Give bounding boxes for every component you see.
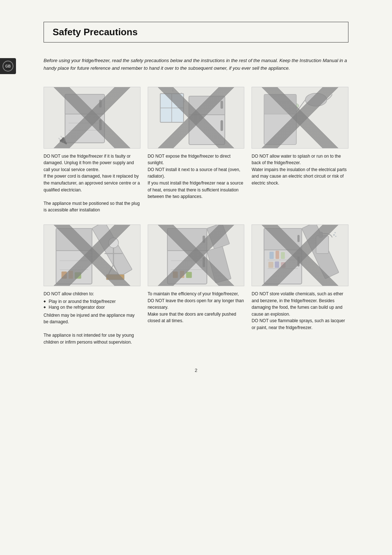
svg-rect-22	[220, 101, 223, 109]
title-box: Safety Precautions	[44, 22, 348, 42]
language-tab: GB	[0, 58, 16, 74]
svg-point-24	[305, 93, 327, 106]
section-faulty-text: DO NOT use the fridge/freezer if it is f…	[44, 153, 140, 214]
svg-rect-69	[275, 251, 279, 259]
svg-rect-58	[180, 271, 184, 278]
svg-text:🔌: 🔌	[58, 135, 68, 145]
svg-rect-53	[203, 236, 205, 243]
svg-rect-57	[173, 271, 178, 278]
section-doors: To maintain the efficiency of your fridg…	[148, 224, 245, 346]
section-children-text2: Children may be injured and the applianc…	[44, 312, 140, 346]
section-faulty: 🔌 DO NOT use the fridge/freezer if it is…	[44, 87, 140, 214]
svg-rect-4	[99, 119, 102, 130]
section-sunlight: DO NOT expose the fridge/freezer to dire…	[148, 87, 245, 214]
svg-rect-61	[264, 228, 302, 250]
illustration-chemicals	[252, 224, 348, 286]
section-doors-text: To maintain the efficiency of your fridg…	[148, 291, 245, 324]
svg-rect-23	[220, 120, 223, 131]
svg-point-77	[335, 236, 336, 237]
svg-point-78	[335, 232, 336, 233]
svg-rect-75	[319, 232, 323, 238]
section-chemicals-text: DO NOT store volatile chemicals, such as…	[252, 291, 348, 331]
svg-rect-54	[203, 257, 205, 267]
page-title: Safety Precautions	[53, 27, 138, 37]
svg-rect-1	[65, 94, 105, 114]
svg-rect-72	[275, 262, 279, 268]
svg-rect-65	[298, 256, 300, 267]
section-children-text: DO NOT allow children to:	[44, 291, 140, 297]
svg-rect-36	[92, 225, 132, 277]
svg-rect-40	[69, 271, 73, 279]
illustration-faulty: 🔌	[44, 87, 140, 149]
intro-paragraph: Before using your fridge/freezer, read t…	[44, 57, 348, 72]
svg-line-45	[108, 264, 114, 275]
svg-rect-68	[270, 252, 274, 259]
svg-rect-74	[316, 236, 329, 254]
gb-label: GB	[3, 61, 13, 72]
section-chemicals: DO NOT store volatile chemicals, such as…	[252, 224, 348, 346]
svg-rect-73	[281, 262, 286, 268]
sections-grid: 🔌 DO NOT use the fridge/freezer if it is…	[44, 87, 348, 346]
svg-rect-39	[61, 271, 67, 279]
illustration-water	[252, 87, 348, 149]
section-children: DO NOT allow children to: Play in or aro…	[44, 224, 140, 346]
section-water: DO NOT allow water to splash or run on t…	[252, 87, 348, 214]
svg-rect-71	[269, 262, 274, 268]
svg-rect-49	[167, 228, 207, 251]
svg-point-42	[109, 238, 119, 248]
svg-rect-34	[56, 228, 92, 251]
svg-rect-51	[207, 225, 230, 249]
svg-rect-3	[99, 100, 102, 108]
svg-rect-47	[106, 274, 124, 280]
section-water-text: DO NOT allow water to splash or run on t…	[252, 153, 348, 187]
page: GB Safety Precautions Before using your …	[0, 0, 392, 555]
page-number: 2	[195, 368, 197, 373]
children-bullet-list: Play in or around the fridge/freezer Han…	[44, 299, 140, 311]
svg-rect-20	[189, 96, 225, 114]
svg-rect-32	[264, 94, 297, 114]
illustration-doors	[148, 224, 245, 286]
svg-rect-64	[298, 235, 300, 242]
illustration-sunlight	[148, 87, 245, 149]
section-sunlight-text: DO NOT expose the fridge/freezer to dire…	[148, 153, 245, 200]
bullet-hang: Hang on the refrigerator door	[44, 305, 140, 310]
page-content: Safety Precautions Before using your fri…	[0, 0, 392, 402]
illustration-children	[44, 224, 140, 286]
svg-rect-52	[207, 247, 231, 283]
svg-rect-41	[75, 272, 81, 279]
svg-point-76	[334, 234, 335, 236]
page-number-container: 2	[44, 368, 348, 373]
svg-rect-70	[281, 252, 285, 259]
svg-rect-59	[186, 272, 192, 278]
bullet-play: Play in or around the fridge/freezer	[44, 299, 140, 304]
